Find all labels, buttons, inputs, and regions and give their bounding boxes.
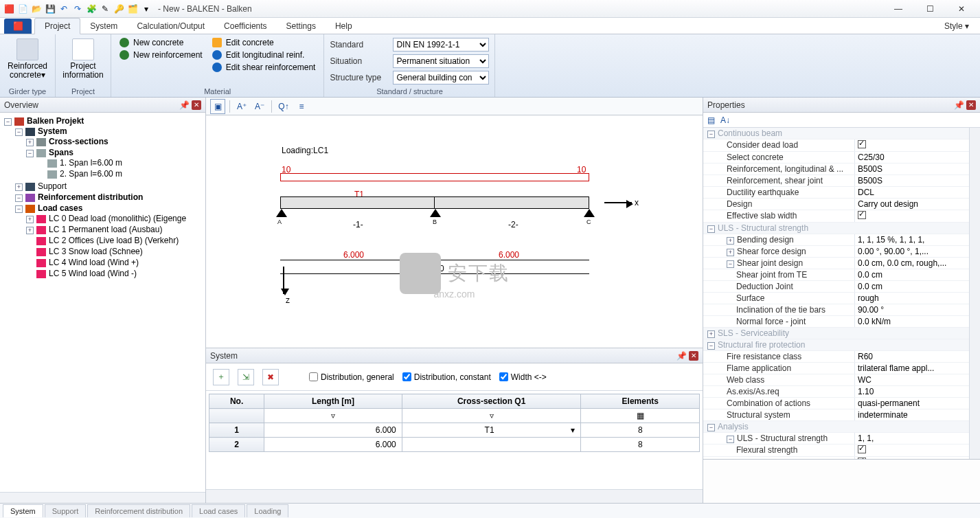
collapse-icon[interactable]: − <box>727 260 734 268</box>
drawing-canvas[interactable]: Loading:LC1 10 10 T1 A B C -1- -2- x 6.0… <box>206 115 703 348</box>
table-row[interactable]: 1 6.000 T1 ▾ 8 <box>209 423 700 438</box>
tree-span-2[interactable]: 2. Span l=6.00 m <box>60 169 122 179</box>
cell-cs[interactable]: T1 ▾ <box>402 423 581 438</box>
new-concrete-button[interactable]: New concrete <box>117 37 205 48</box>
width-check[interactable]: Width <-> <box>499 372 547 382</box>
tree-system[interactable]: System <box>38 126 67 136</box>
collapse-icon[interactable]: − <box>707 225 715 233</box>
tab-calc[interactable]: Calculation/Output <box>127 19 214 34</box>
file-tab[interactable]: 🟥 <box>4 19 32 34</box>
style-dropdown[interactable]: Style ▾ <box>937 19 976 34</box>
font-larger-icon[interactable]: A⁺ <box>234 99 249 114</box>
collapse-icon[interactable]: − <box>707 131 715 138</box>
collapse-icon[interactable]: − <box>15 128 23 136</box>
pin-icon[interactable]: 📌 <box>676 351 686 361</box>
dist-general-check[interactable]: Distribution, general <box>309 372 394 382</box>
collapse-icon[interactable]: − <box>727 436 734 443</box>
tree-lc1[interactable]: LC 1 Permanent load (Ausbau) <box>49 225 162 234</box>
checkbox[interactable] <box>858 458 866 459</box>
tree-lc4[interactable]: LC 4 Wind load (Wind +) <box>49 258 139 267</box>
structure-select[interactable]: General building con <box>393 71 489 85</box>
tree-lc2[interactable]: LC 2 Offices (Live load B) (Verkehr) <box>49 236 179 245</box>
insert-row-icon[interactable]: ⇲ <box>238 369 254 385</box>
save-icon[interactable]: 💾 <box>44 3 56 15</box>
cell-cs[interactable] <box>402 438 581 452</box>
collapse-icon[interactable]: − <box>26 150 34 157</box>
panel-close-icon[interactable]: ✕ <box>689 351 698 361</box>
tree-scrollbar[interactable] <box>0 492 205 503</box>
folder-icon[interactable]: 🗂️ <box>126 3 139 15</box>
redo-icon[interactable]: ↷ <box>71 3 84 15</box>
dropdown-icon[interactable]: ▾ <box>571 425 575 435</box>
system-table[interactable]: No. Length [m] Cross-section Q1 Elements… <box>209 394 700 452</box>
edit-shear-button[interactable]: Edit shear reinforcement <box>209 62 319 73</box>
expand-icon[interactable]: + <box>727 249 734 256</box>
tree-lc0[interactable]: LC 0 Dead load (monolithic) (Eigenge <box>49 214 186 223</box>
edit-longitudinal-button[interactable]: Edit longitudinal reinf. <box>209 49 319 60</box>
undo-icon[interactable]: ↶ <box>58 3 70 15</box>
pin-icon[interactable]: 📌 <box>179 100 189 110</box>
maximize-button[interactable]: ☐ <box>914 0 946 18</box>
font-smaller-icon[interactable]: A⁻ <box>252 99 267 114</box>
tab-system[interactable]: System <box>3 504 43 517</box>
checkbox[interactable] <box>858 140 866 148</box>
tree-lc3[interactable]: LC 3 Snow load (Schnee) <box>49 247 143 256</box>
standard-select[interactable]: DIN EN 1992-1-1 <box>393 38 489 52</box>
tool-icon[interactable]: 🧩 <box>85 3 98 15</box>
tree-root[interactable]: Balken Projekt <box>27 116 84 126</box>
bars-icon[interactable]: ≡ <box>294 99 309 114</box>
collapse-icon[interactable]: − <box>4 118 12 126</box>
tree-spans[interactable]: Spans <box>49 148 73 157</box>
collapse-icon[interactable]: − <box>707 342 715 350</box>
new-reinforcement-button[interactable]: New reinforcement <box>117 49 205 60</box>
filter-icon[interactable]: ▿ <box>264 409 402 423</box>
dist-constant-check[interactable]: Distribution, constant <box>402 372 491 382</box>
collapse-icon[interactable]: − <box>15 194 23 202</box>
tree-support[interactable]: Support <box>38 181 67 191</box>
checkbox[interactable] <box>858 445 866 453</box>
filter-icon[interactable]: ▿ <box>402 409 581 423</box>
tab-settings[interactable]: Settings <box>277 19 326 34</box>
tab-project[interactable]: Project <box>34 18 80 34</box>
reinforced-concrete-button[interactable]: Reinforced concrete▾ <box>5 37 49 81</box>
panel-close-icon[interactable]: ✕ <box>966 100 976 110</box>
grid-icon[interactable]: ▦ <box>581 409 700 423</box>
tab-loading[interactable]: Loading <box>247 504 288 517</box>
open-icon[interactable]: 📂 <box>30 3 43 15</box>
tree-reinforcement[interactable]: Reinforcement distribution <box>38 192 143 202</box>
expand-icon[interactable]: + <box>26 139 34 146</box>
checkbox[interactable] <box>858 211 866 219</box>
expand-icon[interactable]: + <box>15 183 23 191</box>
cell-elements[interactable]: 8 <box>581 423 700 438</box>
qat-more-icon[interactable]: ▾ <box>140 3 152 15</box>
tab-system[interactable]: System <box>80 19 127 34</box>
properties-grid[interactable]: −Continuous beam Consider dead load Sele… <box>703 128 980 459</box>
categorize-icon[interactable]: ▤ <box>707 115 715 125</box>
expand-icon[interactable]: + <box>26 216 34 223</box>
pin-icon[interactable]: 📌 <box>954 100 964 110</box>
collapse-icon[interactable]: − <box>707 424 715 431</box>
tab-coeff[interactable]: Coefficients <box>214 19 276 34</box>
edit-concrete-button[interactable]: Edit concrete <box>209 37 319 48</box>
add-row-icon[interactable]: ＋ <box>213 369 229 385</box>
cell-length[interactable]: 6.000 <box>264 423 402 438</box>
tree-cross-sections[interactable]: Cross-sections <box>49 137 109 146</box>
system-scrollbar[interactable] <box>206 489 703 503</box>
delete-row-icon[interactable]: ✖ <box>262 369 279 385</box>
situation-select[interactable]: Permanent situation <box>393 54 489 68</box>
collapse-icon[interactable]: − <box>15 205 23 213</box>
sort-icon[interactable]: A↓ <box>720 115 730 125</box>
tab-help[interactable]: Help <box>326 19 362 34</box>
properties-scrollbar[interactable] <box>969 128 980 459</box>
cell-elements[interactable]: 8 <box>581 438 700 452</box>
project-info-button[interactable]: Project information <box>61 37 105 81</box>
key-icon[interactable]: 🔑 <box>113 3 125 15</box>
new-icon[interactable]: 📄 <box>16 3 29 15</box>
expand-icon[interactable]: + <box>727 237 734 245</box>
minimize-button[interactable]: ― <box>882 0 914 18</box>
expand-icon[interactable]: + <box>707 330 715 338</box>
overview-tree[interactable]: −Balken Projekt −System +Cross-sections … <box>0 113 205 492</box>
wand-icon[interactable]: ✎ <box>99 3 111 15</box>
tab-load-cases[interactable]: Load cases <box>192 504 245 517</box>
panel-close-icon[interactable]: ✕ <box>192 100 201 110</box>
